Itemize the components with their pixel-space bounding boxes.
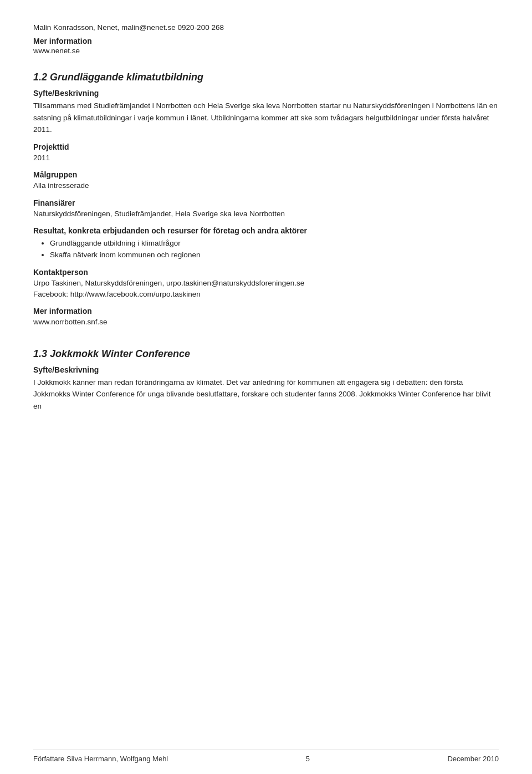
kontaktperson-line2: Facebook: http://www.facebook.com/urpo.t… <box>33 289 499 300</box>
footer-date: December 2010 <box>447 755 499 763</box>
projekttid-value: 2011 <box>33 152 499 164</box>
contact-section: Malin Konradsson, Nenet, malin@nenet.se … <box>33 22 499 33</box>
contact-line1: Malin Konradsson, Nenet, malin@nenet.se … <box>33 22 499 33</box>
malgruppen-label: Målgruppen <box>33 170 499 179</box>
resultat-label-text: Resultat, konkreta erbjudanden och resur… <box>33 226 307 235</box>
projekttid-row: Projekttid 2011 <box>33 142 499 164</box>
mer-info-label-1: Mer information <box>33 307 499 315</box>
resultat-bullet-2: Skaffa nätverk inom kommunen och regione… <box>50 249 499 261</box>
finansiarer-value: Naturskyddsföreningen, Studiefrämjandet,… <box>33 208 499 220</box>
syfte-text: Tillsammans med Studiefrämjandet i Norrb… <box>33 100 499 136</box>
page-footer: Författare Silva Herrmann, Wolfgang Mehl… <box>33 750 499 763</box>
section-1-2-heading: 1.2 Grundläggande klimatutbildning <box>33 72 499 83</box>
kontaktperson-line1: Urpo Taskinen, Naturskyddsföreningen, ur… <box>33 278 499 289</box>
mer-info-website-1: www.norrbotten.snf.se <box>33 317 499 328</box>
syfte-label-2: Syfte/Beskrivning <box>33 365 499 374</box>
kontaktperson-label: Kontaktperson <box>33 268 499 277</box>
mer-info-row-1: Mer information www.norrbotten.snf.se <box>33 307 499 328</box>
malgruppen-row: Målgruppen Alla intresserade <box>33 170 499 191</box>
projekttid-label: Projekttid <box>33 142 499 151</box>
footer-authors: Författare Silva Herrmann, Wolfgang Mehl <box>33 755 168 763</box>
syfte-label: Syfte/Beskrivning <box>33 89 499 98</box>
finansiarer-label: Finansiärer <box>33 198 499 207</box>
finansiarer-row: Finansiärer Naturskyddsföreningen, Studi… <box>33 198 499 220</box>
footer-page-number: 5 <box>306 755 310 763</box>
resultat-bullet-1: Grundläggande utbildning i klimatfrågor <box>50 237 499 249</box>
syfte-text-2: I Jokkmokk känner man redan förändringar… <box>33 376 499 413</box>
section-1-3: 1.3 Jokkmokk Winter Conference Syfte/Bes… <box>33 348 499 413</box>
nenet-website: www.nenet.se <box>33 47 499 55</box>
resultat-list: Grundläggande utbildning i klimatfrågor … <box>50 237 499 261</box>
syfte-row-2: Syfte/Beskrivning I Jokkmokk känner man … <box>33 365 499 413</box>
kontaktperson-row: Kontaktperson Urpo Taskinen, Naturskydds… <box>33 268 499 301</box>
syfte-row: Syfte/Beskrivning Tillsammans med Studie… <box>33 89 499 136</box>
section-1-2: 1.2 Grundläggande klimatutbildning Syfte… <box>33 72 499 328</box>
resultat-label: Resultat, konkreta erbjudanden och resur… <box>33 226 499 235</box>
more-info-label: Mer information <box>33 37 499 45</box>
page: Malin Konradsson, Nenet, malin@nenet.se … <box>0 0 532 774</box>
malgruppen-value: Alla intresserade <box>33 180 499 191</box>
section-1-3-heading: 1.3 Jokkmokk Winter Conference <box>33 348 499 360</box>
resultat-row: Resultat, konkreta erbjudanden och resur… <box>33 226 499 261</box>
